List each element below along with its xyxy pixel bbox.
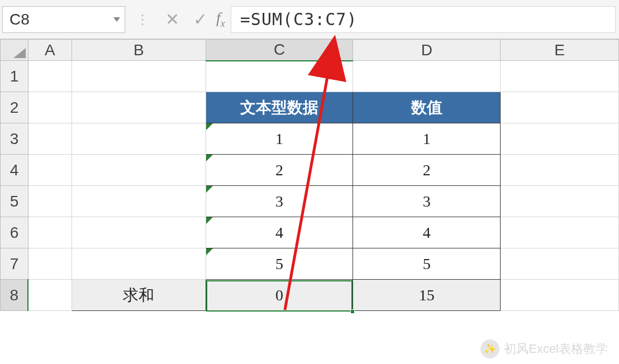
- row-header-2[interactable]: 2: [1, 92, 28, 123]
- cell-e5[interactable]: [501, 186, 619, 217]
- fx-icon[interactable]: fx: [214, 9, 231, 30]
- cell-e7[interactable]: [501, 248, 619, 280]
- cell-d1[interactable]: [353, 61, 501, 92]
- cell-b4[interactable]: [72, 155, 206, 186]
- name-box[interactable]: C8: [2, 6, 125, 33]
- column-header-a[interactable]: A: [28, 40, 72, 61]
- cell-c2[interactable]: 文本型数据: [206, 92, 353, 123]
- chevron-down-icon[interactable]: [113, 17, 120, 22]
- cell-d3[interactable]: 1: [353, 123, 501, 155]
- cell-c1[interactable]: [206, 61, 353, 92]
- cell-e3[interactable]: [501, 123, 619, 155]
- column-header-e[interactable]: E: [501, 40, 619, 61]
- cell-e4[interactable]: [501, 155, 619, 186]
- row-header-6[interactable]: 6: [1, 217, 28, 248]
- row-header-4[interactable]: 4: [1, 155, 28, 186]
- select-all-corner[interactable]: [1, 40, 28, 61]
- cell-a7[interactable]: [28, 248, 72, 280]
- cell-d6[interactable]: 4: [353, 217, 501, 248]
- watermark: ✨ 初风Excel表格教学: [480, 339, 608, 358]
- column-header-c[interactable]: C: [206, 40, 353, 61]
- formula-input[interactable]: =SUM(C3:C7): [231, 6, 616, 33]
- cell-b3[interactable]: [72, 123, 206, 155]
- cell-d8[interactable]: 15: [353, 280, 501, 311]
- cell-b1[interactable]: [72, 61, 206, 92]
- cell-b8[interactable]: 求和: [72, 280, 206, 311]
- cell-a1[interactable]: [28, 61, 72, 92]
- formula-text: =SUM(C3:C7): [240, 9, 358, 29]
- spreadsheet-grid: A B C D E 1 2 文本型数据 数值 3 1 1 4 2 2 5: [0, 39, 619, 311]
- cell-a5[interactable]: [28, 186, 72, 217]
- cancel-button[interactable]: ✕: [158, 6, 186, 33]
- cell-c7[interactable]: 5: [206, 248, 353, 280]
- cell-e1[interactable]: [501, 61, 619, 92]
- row-header-7[interactable]: 7: [1, 248, 28, 280]
- row-header-1[interactable]: 1: [1, 61, 28, 92]
- cell-a4[interactable]: [28, 155, 72, 186]
- row-header-3[interactable]: 3: [1, 123, 28, 155]
- cell-a6[interactable]: [28, 217, 72, 248]
- cell-c6[interactable]: 4: [206, 217, 353, 248]
- accept-button[interactable]: ✓: [186, 6, 214, 33]
- cell-b2[interactable]: [72, 92, 206, 123]
- name-box-value: C8: [9, 11, 30, 28]
- formula-bar: C8 ⋮ ✕ ✓ fx =SUM(C3:C7): [0, 0, 619, 39]
- cell-e6[interactable]: [501, 217, 619, 248]
- separator-icon: ⋮: [128, 12, 158, 27]
- cell-d7[interactable]: 5: [353, 248, 501, 280]
- row-header-8[interactable]: 8: [1, 280, 28, 311]
- fill-handle[interactable]: [350, 309, 355, 314]
- column-header-d[interactable]: D: [353, 40, 501, 61]
- cell-a2[interactable]: [28, 92, 72, 123]
- cell-c5[interactable]: 3: [206, 186, 353, 217]
- cell-d2[interactable]: 数值: [353, 92, 501, 123]
- cell-a3[interactable]: [28, 123, 72, 155]
- cell-b6[interactable]: [72, 217, 206, 248]
- column-header-b[interactable]: B: [72, 40, 206, 61]
- cell-d5[interactable]: 3: [353, 186, 501, 217]
- cell-d4[interactable]: 2: [353, 155, 501, 186]
- cell-b7[interactable]: [72, 248, 206, 280]
- cell-c3[interactable]: 1: [206, 123, 353, 155]
- cell-e8[interactable]: [501, 280, 619, 311]
- cell-b5[interactable]: [72, 186, 206, 217]
- cell-e2[interactable]: [501, 92, 619, 123]
- cell-a8[interactable]: [28, 280, 72, 311]
- wechat-icon: ✨: [480, 339, 499, 358]
- row-header-5[interactable]: 5: [1, 186, 28, 217]
- cell-c4[interactable]: 2: [206, 155, 353, 186]
- watermark-text: 初风Excel表格教学: [504, 341, 608, 357]
- cell-c8[interactable]: 0: [206, 280, 353, 311]
